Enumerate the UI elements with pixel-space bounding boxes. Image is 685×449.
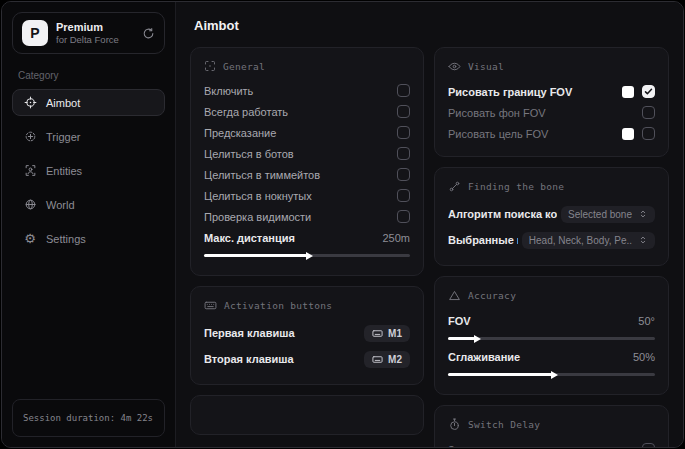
- keyboard-icon: [372, 354, 383, 365]
- bone-algorithm-select[interactable]: Selected bone: [561, 206, 655, 223]
- bone-icon: [448, 180, 461, 193]
- keyboard-icon: [372, 328, 383, 339]
- smoothing-value: 50%: [633, 351, 655, 363]
- fov-label: FOV: [448, 315, 471, 327]
- activation-card-title: Activation buttons: [224, 300, 332, 311]
- checkbox-fov-border[interactable]: [642, 85, 655, 98]
- accuracy-card-title: Accuracy: [468, 290, 516, 301]
- fov-slider-row: FOV 50°: [448, 310, 655, 331]
- sidebar-item-world[interactable]: World: [12, 191, 165, 218]
- fov-value: 50°: [638, 315, 655, 327]
- setting-label: Целиться в ботов: [204, 148, 294, 160]
- setting-label: Проверка видимости: [204, 211, 311, 223]
- first-key-label: Первая клавиша: [204, 327, 295, 339]
- app-logo: P: [22, 20, 48, 46]
- setting-row-visibility-check: Проверка видимости: [204, 206, 410, 227]
- checkbox-target-knocked[interactable]: [397, 189, 410, 202]
- refresh-icon[interactable]: [142, 27, 155, 40]
- bone-card-header: Finding the bone: [448, 180, 655, 193]
- left-column: General Включить Всегда работать Предска…: [190, 47, 424, 435]
- max-distance-row: Макс. дистанция 250m: [204, 227, 410, 248]
- key-binding: M2: [388, 354, 402, 365]
- entities-icon: [23, 164, 37, 177]
- activation-card: Activation buttons Первая клавиша M1: [190, 286, 424, 385]
- setting-label: Целиться в тиммейтов: [204, 169, 320, 181]
- sidebar-item-label: Entities: [46, 165, 82, 177]
- checkbox-prediction[interactable]: [397, 126, 410, 139]
- switch-delay-toggle-label: Задержка переключения: [448, 444, 575, 449]
- key-binding: M1: [388, 328, 402, 339]
- category-label: Category: [18, 70, 165, 81]
- visual-card: Visual Рисовать границу FOV: [434, 47, 669, 157]
- checkbox-fov-target[interactable]: [642, 127, 655, 140]
- sidebar-item-trigger[interactable]: Trigger: [12, 123, 165, 150]
- switch-delay-card: Switch Delay Задержка переключения Задер…: [434, 405, 669, 448]
- checkbox-always-work[interactable]: [397, 105, 410, 118]
- checkbox-target-teammates[interactable]: [397, 168, 410, 181]
- visual-card-header: Visual: [448, 60, 655, 73]
- sidebar-item-settings[interactable]: ⚙ Settings: [12, 225, 165, 252]
- selected-bones-select[interactable]: Head, Neck, Body, Pe..: [522, 232, 655, 249]
- smoothing-slider[interactable]: [448, 373, 655, 376]
- fov-background-row: Рисовать фон FOV: [448, 102, 655, 123]
- content-columns: General Включить Всегда работать Предска…: [190, 47, 669, 435]
- checkbox-switch-delay[interactable]: [642, 443, 655, 448]
- fov-border-row: Рисовать границу FOV: [448, 81, 655, 102]
- triangle-icon: [448, 289, 461, 302]
- setting-row-prediction: Предсказание: [204, 122, 410, 143]
- fov-background-label: Рисовать фон FOV: [448, 107, 546, 119]
- slider-fill: [448, 337, 475, 340]
- setting-label: Включить: [204, 85, 253, 97]
- bone-card: Finding the bone Алгоритм поиска костей …: [434, 167, 669, 266]
- max-distance-value: 250m: [382, 232, 410, 244]
- app-window: P Premium for Delta Force Category Aimbo: [1, 1, 684, 448]
- setting-label: Предсказание: [204, 127, 276, 139]
- sidebar-item-label: Settings: [46, 233, 86, 245]
- premium-meta: Premium for Delta Force: [56, 21, 119, 45]
- second-key-row: Вторая клавиша M2: [204, 346, 410, 372]
- bone-card-title: Finding the bone: [468, 181, 564, 192]
- first-key-button[interactable]: M1: [364, 325, 410, 342]
- sidebar-item-entities[interactable]: Entities: [12, 157, 165, 184]
- slider-fill: [204, 254, 307, 257]
- sidebar: P Premium for Delta Force Category Aimbo: [2, 2, 176, 447]
- sidebar-item-aimbot[interactable]: Aimbot: [12, 89, 165, 116]
- color-swatch[interactable]: [622, 128, 634, 140]
- select-value: Selected bone: [568, 209, 632, 220]
- smoothing-row: Сглаживание 50%: [448, 346, 655, 367]
- setting-row-target-bots: Целиться в ботов: [204, 143, 410, 164]
- checkbox-enable[interactable]: [397, 84, 410, 97]
- premium-subtitle: for Delta Force: [56, 34, 119, 45]
- general-card: General Включить Всегда работать Предска…: [190, 47, 424, 276]
- setting-row-target-knocked: Целиться в нокнутых: [204, 185, 410, 206]
- fov-target-row: Рисовать цель FOV: [448, 123, 655, 144]
- first-key-row: Первая клавиша M1: [204, 320, 410, 346]
- fov-border-controls: [622, 85, 655, 98]
- checkbox-target-bots[interactable]: [397, 147, 410, 160]
- bone-algorithm-row: Алгоритм поиска костей Selected bone: [448, 201, 655, 227]
- gear-icon: ⚙: [23, 232, 37, 245]
- switch-delay-toggle-row: Задержка переключения: [448, 439, 655, 448]
- stopwatch-icon: [448, 418, 461, 431]
- trigger-icon: [23, 130, 37, 143]
- general-card-title: General: [223, 61, 265, 72]
- eye-icon: [448, 60, 461, 73]
- activation-card-header: Activation buttons: [204, 299, 410, 312]
- checkbox-visibility-check[interactable]: [397, 210, 410, 223]
- max-distance-slider[interactable]: [204, 254, 410, 257]
- smoothing-label: Сглаживание: [448, 351, 520, 363]
- fov-target-label: Рисовать цель FOV: [448, 128, 548, 140]
- main-panel: Aimbot General Включи: [176, 2, 683, 447]
- checkbox-fov-background[interactable]: [642, 106, 655, 119]
- color-swatch[interactable]: [622, 86, 634, 98]
- setting-label: Всегда работать: [204, 106, 288, 118]
- fov-target-controls: [622, 127, 655, 140]
- fov-slider[interactable]: [448, 337, 655, 340]
- premium-title: Premium: [56, 21, 119, 33]
- expand-icon: [638, 235, 648, 245]
- max-distance-label: Макс. дистанция: [204, 232, 295, 244]
- setting-row-target-teammates: Целиться в тиммейтов: [204, 164, 410, 185]
- right-column: Visual Рисовать границу FOV: [434, 47, 669, 435]
- second-key-button[interactable]: M2: [364, 351, 410, 368]
- accuracy-card: Accuracy FOV 50° Сглаживание 50%: [434, 276, 669, 395]
